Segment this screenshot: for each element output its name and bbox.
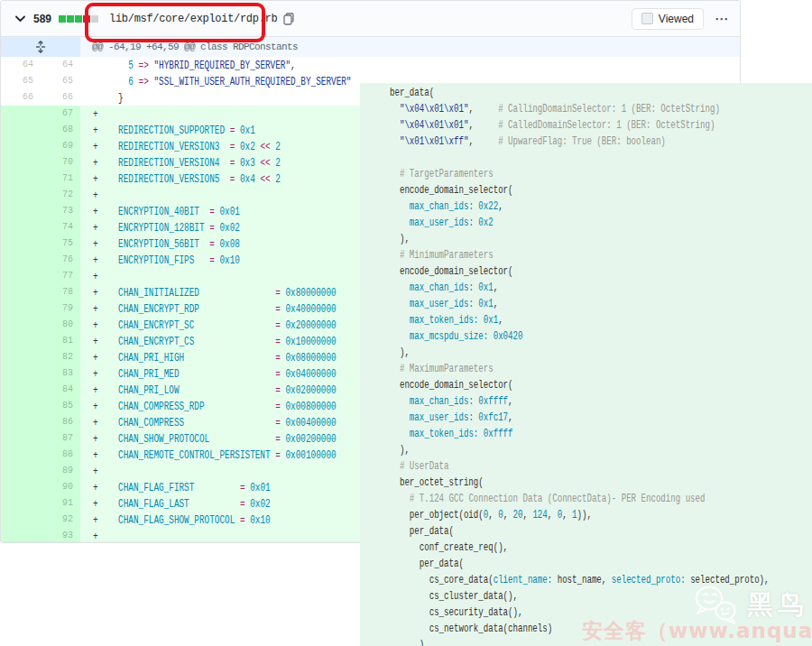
overlay-code-lines: ber_data( "\x04\x01\x01", # CallingDomai…	[390, 84, 812, 646]
old-line-number[interactable]	[1, 235, 41, 252]
new-line-number[interactable]: 88	[41, 447, 80, 463]
file-options-kebab-button[interactable]: ⋯	[715, 12, 729, 25]
unfold-icon	[35, 41, 46, 53]
overlay-code-line: encode_domain_selector(	[390, 376, 812, 392]
overlay-code-line: max_user_ids: 0xfc17,	[390, 409, 812, 425]
overlay-code-line: max_mcspdu_size: 0x0420	[390, 328, 812, 344]
viewed-label: Viewed	[659, 13, 694, 25]
new-line-number[interactable]: 80	[41, 317, 80, 333]
overlay-code-line: max_user_ids: 0x2	[390, 214, 812, 230]
zoomed-code-overlay: ber_data( "\x04\x01\x01", # CallingDomai…	[360, 83, 812, 646]
overlay-code-line	[390, 149, 812, 165]
old-line-number[interactable]	[1, 252, 41, 268]
overlay-code-line: # TargetParamenters	[390, 165, 812, 181]
overlay-code-line: encode_domain_selector(	[390, 263, 812, 279]
overlay-code-line: "\x01\x01\xff", # UpwaredFlag: True (BER…	[390, 133, 812, 149]
overlay-code-line: "\x04\x01\x01", # CalledDomainSelector: …	[390, 116, 812, 133]
new-line-number[interactable]: 78	[41, 284, 80, 300]
new-line-number[interactable]: 87	[41, 430, 80, 447]
old-line-number[interactable]	[1, 300, 41, 317]
diffstat-square-green	[75, 15, 82, 23]
new-line-number[interactable]: 82	[41, 349, 80, 365]
new-line-number[interactable]: 84	[41, 382, 80, 398]
new-line-number[interactable]: 66	[41, 89, 80, 106]
new-line-number[interactable]: 67	[41, 106, 80, 122]
overlay-code-line: "\x04\x01\x01", # CallingDomainSelector:…	[390, 100, 812, 116]
diffstat-blocks	[59, 15, 98, 23]
old-line-number[interactable]	[1, 219, 41, 235]
old-line-number[interactable]	[1, 479, 41, 495]
overlay-code-line: # UserData	[390, 457, 812, 474]
new-line-number[interactable]: 69	[41, 138, 80, 154]
old-line-number[interactable]	[1, 122, 41, 138]
new-line-number[interactable]: 74	[41, 219, 80, 235]
overlay-code-line: max_token_ids: 0x1,	[390, 311, 812, 328]
new-line-number[interactable]: 83	[41, 365, 80, 382]
old-line-number[interactable]	[1, 463, 41, 479]
old-line-number[interactable]	[1, 333, 41, 349]
old-line-number[interactable]	[1, 203, 41, 219]
overlay-code-line: ),	[390, 344, 812, 360]
overlay-code-line: max_token_ids: 0xffff	[390, 425, 812, 441]
expand-hunk-button[interactable]	[1, 37, 80, 57]
new-line-number[interactable]: 72	[41, 187, 80, 203]
new-line-number[interactable]: 70	[41, 154, 80, 171]
old-line-number[interactable]	[1, 382, 41, 398]
viewed-checkbox[interactable]	[641, 13, 653, 24]
new-line-number[interactable]: 71	[41, 171, 80, 187]
collapse-file-button[interactable]	[15, 15, 25, 23]
overlay-code-line: ber_octet_string(	[390, 474, 812, 490]
new-line-number[interactable]: 92	[41, 512, 80, 528]
hunk-header-row: @@ -64,19 +64,59 @@ class RDPConstants	[1, 37, 740, 57]
new-line-number[interactable]: 79	[41, 300, 80, 317]
copy-path-button[interactable]	[282, 13, 294, 25]
old-line-number[interactable]: 64	[1, 57, 41, 73]
new-line-number[interactable]: 81	[41, 333, 80, 349]
old-line-number[interactable]	[1, 154, 41, 171]
old-line-number[interactable]	[1, 430, 41, 447]
diff-file-header: 589 lib/msf/core/exploit/rdp.rb Viewed ⋯	[1, 1, 740, 37]
new-line-number[interactable]: 73	[41, 203, 80, 219]
old-line-number[interactable]: 66	[1, 89, 41, 106]
new-line-number[interactable]: 85	[41, 398, 80, 414]
old-line-number[interactable]	[1, 512, 41, 528]
new-line-number[interactable]: 65	[41, 73, 80, 89]
overlay-code-line: per_object(oid(0, 0, 20, 124, 0, 1)),	[390, 506, 812, 522]
overlay-code-line: ),	[390, 230, 812, 246]
new-line-number[interactable]: 89	[41, 463, 80, 479]
old-line-number[interactable]	[1, 284, 41, 300]
old-line-number[interactable]	[1, 398, 41, 414]
new-line-number[interactable]: 64	[41, 57, 80, 73]
new-line-number[interactable]: 75	[41, 235, 80, 252]
overlay-code-line: # MaximumParameters	[390, 360, 812, 376]
file-path-link[interactable]: lib/msf/core/exploit/rdp.rb	[109, 13, 277, 25]
old-line-number[interactable]	[1, 138, 41, 154]
old-line-number[interactable]	[1, 187, 41, 203]
old-line-number[interactable]	[1, 268, 41, 284]
old-line-number[interactable]	[1, 106, 41, 122]
diffstat-square-green	[67, 15, 74, 23]
old-line-number[interactable]	[1, 365, 41, 382]
hunk-header-text: @@ -64,19 +64,59 @@ class RDPConstants	[80, 37, 740, 57]
old-line-number[interactable]	[1, 414, 41, 430]
new-line-number[interactable]: 68	[41, 122, 80, 138]
new-line-number[interactable]: 77	[41, 268, 80, 284]
new-line-number[interactable]: 86	[41, 414, 80, 430]
panel-bottom-fade	[1, 540, 362, 543]
new-line-number[interactable]: 90	[41, 479, 80, 495]
new-line-number[interactable]: 76	[41, 252, 80, 268]
overlay-code-line: encode_domain_selector(	[390, 181, 812, 198]
old-line-number[interactable]: 65	[1, 73, 41, 89]
old-line-number[interactable]	[1, 317, 41, 333]
old-line-number[interactable]	[1, 447, 41, 463]
overlay-code-line: ),	[390, 441, 812, 457]
watermark-site-text: 安全客（www.anquanke.com）	[582, 617, 812, 645]
viewed-toggle-button[interactable]: Viewed	[632, 8, 704, 30]
old-line-number[interactable]	[1, 171, 41, 187]
overlay-code-line: per_data(	[390, 522, 812, 539]
new-line-number[interactable]: 91	[41, 495, 80, 512]
overlay-code-line: max_chan_ids: 0xffff,	[390, 392, 812, 409]
old-line-number[interactable]	[1, 495, 41, 512]
old-line-number[interactable]	[1, 349, 41, 365]
overlay-code-line: conf_create_req(),	[390, 539, 812, 555]
